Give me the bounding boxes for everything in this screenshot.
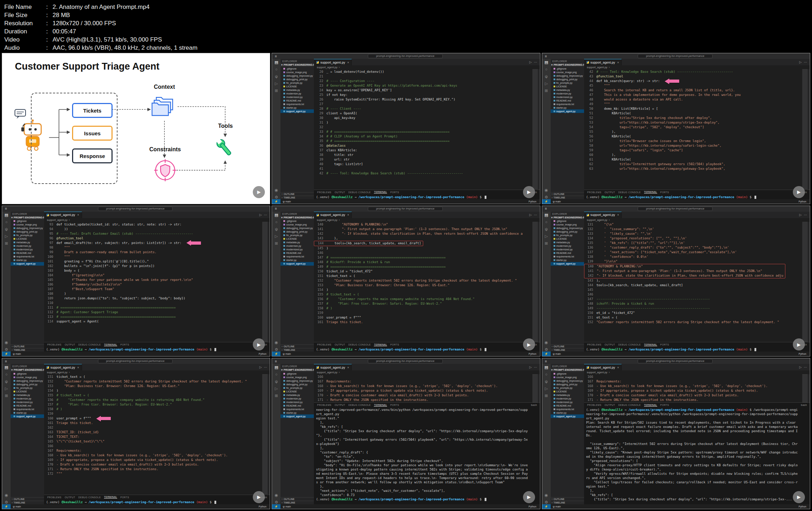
- minimap[interactable]: [532, 222, 540, 342]
- source-control-icon[interactable]: ψ: [275, 227, 278, 231]
- file-item[interactable]: requirements.txt: [551, 102, 584, 106]
- outline-section[interactable]: ›OUTLINE: [280, 192, 314, 196]
- language-indicator[interactable]: Python: [799, 505, 806, 508]
- breadcrumb[interactable]: support_agent.py›: [584, 218, 810, 222]
- tab-support-agent[interactable]: support_agent.py ×: [314, 364, 352, 370]
- panel-tab-output[interactable]: OUTPUT: [605, 191, 615, 194]
- file-item[interactable]: starter.py: [551, 259, 584, 262]
- file-item[interactable]: README.md: [551, 251, 584, 255]
- file-item[interactable]: debugging_improved.py: [11, 379, 44, 382]
- more-actions-icon[interactable]: ⋯: [264, 365, 267, 369]
- file-item[interactable]: modernized.py: [551, 400, 584, 404]
- tab-support-agent[interactable]: support_agent.py ×: [584, 59, 622, 65]
- file-item[interactable]: requirements.txt: [280, 255, 314, 259]
- search-icon[interactable]: ○: [5, 373, 8, 376]
- close-icon[interactable]: ×: [617, 61, 619, 64]
- search-icon[interactable]: ○: [545, 373, 547, 376]
- breadcrumb[interactable]: support_agent.py›: [584, 65, 810, 69]
- breadcrumb[interactable]: support_agent.py›: [314, 65, 540, 69]
- source-control-icon[interactable]: ψ: [275, 75, 278, 78]
- terminal-content[interactable]: neering-for-improved-performance/.venv/b…: [314, 407, 540, 504]
- file-item[interactable]: modernize.py: [280, 244, 314, 248]
- file-item[interactable]: metadata.py: [280, 241, 314, 244]
- more-actions-icon[interactable]: ⋯: [534, 213, 537, 217]
- file-item[interactable]: README.md: [11, 251, 44, 255]
- panel-tab-problems[interactable]: PROBLEMS: [317, 191, 331, 194]
- menu-icon[interactable]: ≡: [5, 359, 7, 363]
- shell-selector[interactable]: bash: [801, 404, 810, 406]
- run-debug-icon[interactable]: ▷: [275, 387, 278, 391]
- tab-support-agent[interactable]: support_agent.py ×: [314, 59, 352, 65]
- terminal-content[interactable]: (.venv) @keshawillz → /workspaces/prompt…: [314, 347, 540, 352]
- panel-tab-debug-console[interactable]: DEBUG CONSOLE: [618, 404, 641, 406]
- file-item[interactable]: requirements.txt: [11, 255, 44, 259]
- file-item[interactable]: .gitignore: [551, 372, 584, 375]
- minimap[interactable]: [262, 374, 270, 495]
- search-icon[interactable]: ○: [545, 67, 547, 71]
- settings-gear-icon[interactable]: ⚙: [5, 348, 8, 352]
- file-item[interactable]: requirements.txt: [280, 102, 314, 106]
- menu-icon[interactable]: ≡: [275, 207, 277, 211]
- file-item[interactable]: README.md: [280, 99, 314, 102]
- language-indicator[interactable]: Python: [529, 200, 536, 203]
- language-indicator[interactable]: Python: [259, 505, 267, 508]
- file-item[interactable]: support_agent.py: [280, 414, 314, 418]
- branch-indicator[interactable]: ψmain: [13, 352, 21, 355]
- play-overlay-icon[interactable]: ▶: [523, 186, 535, 198]
- terminal-content[interactable]: (.venv) @keshawillz → /workspaces/prompt…: [314, 195, 540, 199]
- terminal-content[interactable]: (.venv) @keshawillz → /workspaces/prompt…: [44, 347, 270, 352]
- run-debug-icon[interactable]: ▷: [5, 234, 8, 238]
- panel-tab-terminal[interactable]: TERMINAL: [374, 404, 387, 407]
- file-item[interactable]: starter.py: [551, 106, 584, 109]
- source-control-icon[interactable]: ψ: [5, 227, 8, 231]
- timeline-section[interactable]: ›TIMELINE: [280, 348, 314, 352]
- file-item[interactable]: debugging_print.py: [551, 77, 584, 81]
- file-item[interactable]: requirements.txt: [551, 407, 584, 411]
- file-item[interactable]: fix_prompts.py: [280, 81, 314, 85]
- close-icon[interactable]: ×: [77, 366, 79, 369]
- language-indicator[interactable]: Python: [799, 200, 806, 203]
- run-debug-icon[interactable]: ▷: [545, 234, 547, 238]
- file-item[interactable]: starter.py: [280, 106, 314, 109]
- file-item[interactable]: fix_prompts.py: [551, 386, 584, 390]
- file-item[interactable]: modernize.py: [551, 397, 584, 400]
- outline-section[interactable]: ›OUTLINE: [11, 344, 44, 348]
- file-item[interactable]: modernize.py: [551, 244, 584, 248]
- file-item[interactable]: .gitignore: [11, 219, 44, 223]
- file-item[interactable]: README.md: [551, 404, 584, 407]
- file-item[interactable]: requirements.txt: [551, 255, 584, 259]
- menu-icon[interactable]: ≡: [545, 54, 547, 58]
- account-icon[interactable]: ◉: [545, 341, 548, 344]
- close-icon[interactable]: ×: [347, 213, 349, 217]
- timeline-section[interactable]: ›TIMELINE: [11, 501, 44, 504]
- extensions-icon[interactable]: ⊞: [545, 241, 548, 245]
- file-item[interactable]: requirements.txt: [280, 407, 314, 411]
- panel-tab-output[interactable]: OUTPUT: [334, 404, 345, 406]
- files-icon[interactable]: ▤: [274, 365, 278, 369]
- tab-support-agent[interactable]: support_agent.py ×: [44, 364, 82, 370]
- file-item[interactable]: starter.py: [280, 411, 314, 414]
- language-indicator[interactable]: Python: [259, 353, 267, 355]
- remote-indicator[interactable]: ⚡: [542, 504, 551, 509]
- outline-section[interactable]: ›OUTLINE: [551, 497, 584, 501]
- panel-tab-output[interactable]: OUTPUT: [334, 343, 345, 346]
- file-item[interactable]: .gitignore: [280, 372, 314, 375]
- branch-indicator[interactable]: ψmain: [283, 505, 291, 508]
- file-item[interactable]: debugging_improved.py: [11, 227, 44, 230]
- folder-root[interactable]: ▾PROMPT-ENGINEERING-FO...: [280, 63, 314, 67]
- panel-tab-ports[interactable]: PORTS: [390, 343, 399, 346]
- file-item[interactable]: LICENSE: [280, 85, 314, 88]
- settings-gear-icon[interactable]: ⚙: [5, 500, 8, 504]
- run-debug-icon[interactable]: ▷: [545, 82, 547, 86]
- file-item[interactable]: modernized.py: [280, 248, 314, 251]
- file-item[interactable]: metadata.py: [280, 393, 314, 397]
- run-debug-icon[interactable]: ▷: [275, 234, 278, 238]
- more-actions-icon[interactable]: ⋯: [804, 60, 807, 64]
- panel-tab-debug-console[interactable]: DEBUG CONSOLE: [348, 343, 371, 346]
- file-item[interactable]: debugging_print.py: [280, 77, 314, 81]
- run-debug-icon[interactable]: ▷: [5, 387, 8, 391]
- file-item[interactable]: LICENSE: [280, 237, 314, 241]
- timeline-section[interactable]: ›TIMELINE: [551, 196, 584, 199]
- menu-icon[interactable]: ≡: [275, 359, 277, 363]
- file-item[interactable]: support_agent.py: [551, 414, 584, 418]
